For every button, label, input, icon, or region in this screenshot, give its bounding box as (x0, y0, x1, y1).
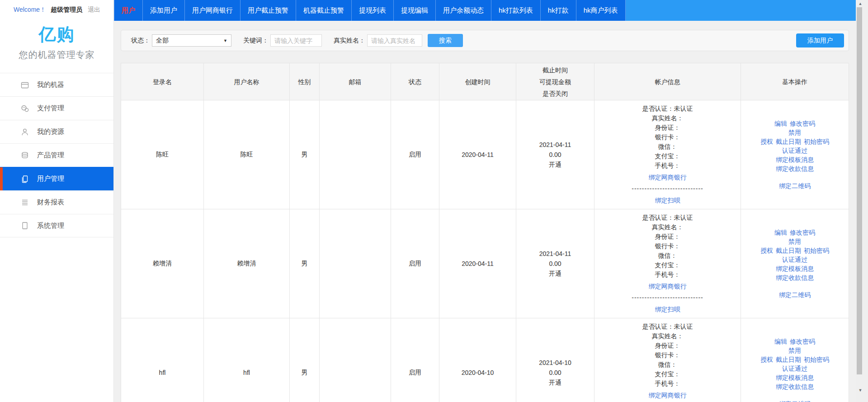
cell-deadline: 2021-04-100.00开通 (516, 318, 594, 402)
operations-line: 绑定收款信息 (743, 164, 847, 173)
dashed-divider: ---------------------------- (596, 184, 739, 194)
sidebar-item-label: 系统管理 (37, 222, 64, 230)
filter-panel: 状态： 全部 ▼ 关键词： 真实姓名： 搜索 添加用户 (121, 30, 849, 51)
auth-pass-link[interactable]: 认证通过 (782, 256, 807, 263)
cell-email (320, 100, 391, 209)
account-info-line: 支付宝： (596, 260, 739, 270)
edit-link[interactable]: 编辑 (774, 229, 787, 236)
bind-template-message-link[interactable]: 绑定模板消息 (776, 374, 814, 381)
payment-icon (20, 104, 30, 114)
add-user-button[interactable]: 添加用户 (796, 33, 844, 47)
operations-line: 绑定模板消息 (743, 373, 847, 382)
account-link-line: 绑定网商银行 (596, 173, 739, 182)
system-icon (20, 221, 30, 231)
sidebar-item-5[interactable]: 用户管理 (0, 167, 113, 190)
authorize-link[interactable]: 授权 (760, 138, 773, 145)
disable-link[interactable]: 禁用 (788, 129, 801, 136)
modify-password-link[interactable]: 修改密码 (790, 338, 815, 345)
bind-saobei-link[interactable]: 绑定扫呗 (655, 197, 680, 204)
scroll-up-icon[interactable]: ▲ (858, 1, 863, 6)
nav-tab-8[interactable]: 用户余额动态 (436, 0, 491, 21)
bind-saobei-link[interactable]: 绑定扫呗 (655, 306, 680, 313)
scroll-down-icon[interactable]: ▼ (858, 388, 863, 393)
nav-tab-5[interactable]: 机器截止预警 (296, 0, 352, 21)
scrollbar-thumb[interactable] (857, 7, 862, 374)
operations-line: 编辑修改密码 (743, 119, 847, 128)
edit-link[interactable]: 编辑 (774, 120, 787, 127)
bind-qrcode-link[interactable]: 绑定二维码 (779, 400, 811, 402)
authorize-link[interactable]: 授权 (760, 247, 773, 254)
realname-input[interactable] (367, 34, 422, 47)
authorize-link[interactable]: 授权 (760, 356, 773, 363)
modify-password-link[interactable]: 修改密码 (790, 120, 815, 127)
sidebar-item-4[interactable]: 产品管理 (0, 143, 113, 167)
operations-line: 认证通过 (743, 255, 847, 264)
operations-line: 编辑修改密码 (743, 228, 847, 237)
col-header-gender: 性别 (290, 63, 320, 100)
logo: 亿购 (0, 23, 113, 46)
cell-gender: 男 (290, 100, 320, 209)
nav-tab-7[interactable]: 提现编辑 (394, 0, 436, 21)
col-header-line: 截止时间 (516, 64, 594, 76)
initial-password-link[interactable]: 初始密码 (804, 356, 829, 363)
nav-tab-11[interactable]: hk商户列表 (576, 0, 626, 21)
initial-password-link[interactable]: 初始密码 (804, 247, 829, 254)
deadline-link[interactable]: 截止日期 (776, 138, 801, 145)
auth-pass-link[interactable]: 认证通过 (782, 147, 807, 154)
initial-password-link[interactable]: 初始密码 (804, 138, 829, 145)
account-info-line: 银行卡： (596, 132, 739, 142)
disable-link[interactable]: 禁用 (788, 347, 801, 354)
modify-password-link[interactable]: 修改密码 (790, 229, 815, 236)
sidebar-item-7[interactable]: 系统管理 (0, 214, 113, 237)
cell-operations: 编辑修改密码禁用授权截止日期初始密码认证通过绑定模板消息绑定收款信息绑定二维码 (741, 318, 849, 402)
bind-payment-info-link[interactable]: 绑定收款信息 (776, 165, 814, 172)
operations-line: 绑定模板消息 (743, 155, 847, 164)
nav-tab-6[interactable]: 提现列表 (352, 0, 394, 21)
logout-link[interactable]: 退出 (88, 6, 100, 13)
cell-email (320, 318, 391, 402)
col-header-login: 登录名 (121, 63, 204, 100)
sidebar-item-6[interactable]: 财务报表 (0, 190, 113, 214)
nav-tab-10[interactable]: hk打款 (541, 0, 576, 21)
account-link-line: 绑定扫呗 (596, 196, 739, 205)
bind-qrcode-link[interactable]: 绑定二维码 (779, 182, 811, 189)
nav-tab-1[interactable]: 用户 (114, 0, 143, 21)
deadline-date: 2021-04-10 (518, 358, 592, 368)
bind-payment-info-link[interactable]: 绑定收款信息 (776, 274, 814, 281)
bind-bank-link[interactable]: 绑定网商银行 (649, 174, 687, 181)
nav-tab-3[interactable]: 用户网商银行 (185, 0, 241, 21)
search-button[interactable]: 搜索 (428, 34, 463, 47)
cell-username: 赖增清 (204, 209, 290, 318)
nav-tab-2[interactable]: 添加用户 (143, 0, 185, 21)
cell-account-info: 是否认证：未认证真实姓名：身份证：银行卡：微信：支付宝：手机号：绑定网商银行--… (594, 209, 741, 318)
bind-bank-link[interactable]: 绑定网商银行 (649, 392, 687, 399)
keyword-input[interactable] (270, 34, 322, 47)
bind-template-message-link[interactable]: 绑定模板消息 (776, 156, 814, 163)
product-icon (20, 151, 30, 161)
sidebar-item-2[interactable]: 支付管理 (0, 96, 113, 120)
deadline-link[interactable]: 截止日期 (776, 247, 801, 254)
edit-link[interactable]: 编辑 (774, 338, 787, 345)
status-select[interactable]: 全部 ▼ (152, 34, 231, 47)
nav-tab-4[interactable]: 用户截止预警 (241, 0, 296, 21)
sidebar: Welcome！ 超级管理员 退出 亿购 您的机器管理专家 我的机器支付管理我的… (0, 0, 114, 402)
auth-pass-link[interactable]: 认证通过 (782, 365, 807, 372)
account-info-line: 真实姓名： (596, 222, 739, 232)
bind-template-message-link[interactable]: 绑定模板消息 (776, 265, 814, 272)
vertical-scrollbar[interactable]: ▲ ▼ (856, 0, 868, 402)
sidebar-item-1[interactable]: 我的机器 (0, 73, 113, 96)
table-header-row: 登录名用户名称性别邮箱状态创建时间截止时间可提现金额是否关闭帐户信息基本操作 (121, 63, 849, 100)
bind-qrcode-link[interactable]: 绑定二维码 (779, 291, 811, 298)
sidebar-item-3[interactable]: 我的资源 (0, 120, 113, 143)
account-link-line: 绑定网商银行 (596, 282, 739, 291)
nav-tab-9[interactable]: hk打款列表 (491, 0, 541, 21)
deadline-link[interactable]: 截止日期 (776, 356, 801, 363)
col-header-created: 创建时间 (439, 63, 516, 100)
disable-link[interactable]: 禁用 (788, 238, 801, 245)
operations-line: 编辑修改密码 (743, 337, 847, 346)
bind-bank-link[interactable]: 绑定网商银行 (649, 283, 687, 290)
account-info-line: 手机号： (596, 379, 739, 388)
admin-name: 超级管理员 (51, 6, 82, 13)
bind-payment-info-link[interactable]: 绑定收款信息 (776, 383, 814, 390)
machine-icon (20, 80, 30, 90)
